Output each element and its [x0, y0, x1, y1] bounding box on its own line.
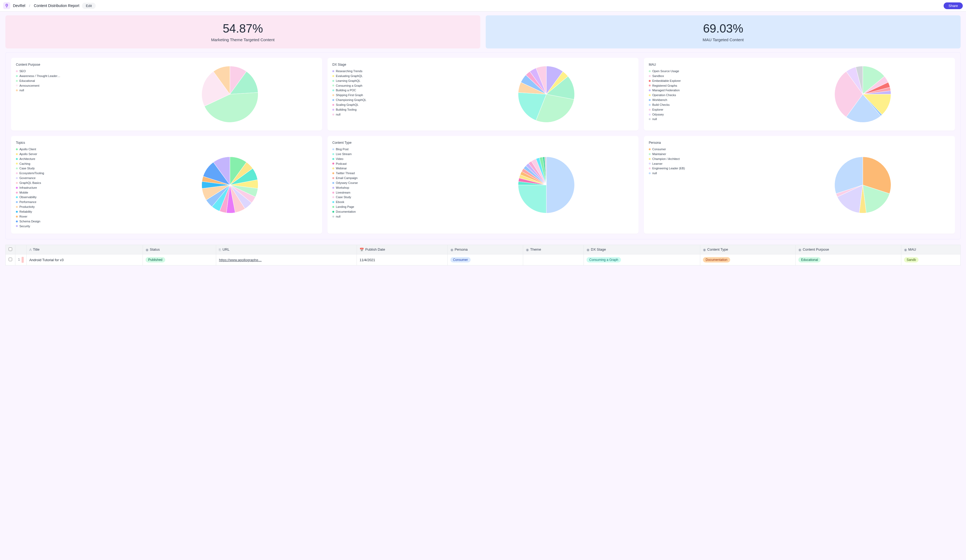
tag-dx-stage: Consuming a Graph [586, 257, 621, 262]
table-header-url[interactable]: ⎘URL [216, 245, 357, 254]
table-row[interactable]: 1 Android Tutorial for v3 Published http… [6, 254, 961, 265]
table-header-content-purpose[interactable]: ◉Content Purpose [796, 245, 901, 254]
legend-item: Architecture [16, 157, 143, 161]
legend-label: Reliability [20, 210, 32, 214]
table-header-persona[interactable]: ◉Persona [447, 245, 523, 254]
table-header-title[interactable]: ATitle [26, 245, 143, 254]
legend-item: Embeddable Explorer [649, 79, 775, 83]
legend-label: SEO [20, 69, 26, 73]
tag-content-type: Documentation [703, 257, 730, 262]
legend-item: Building a POC [332, 88, 459, 92]
chart-card: Content TypeBlog PostLive StreamVideoPod… [327, 136, 639, 234]
legend-label: Managed Federation [652, 88, 680, 92]
legend-label: null [20, 88, 24, 92]
breadcrumb-workspace[interactable]: DevRel [13, 3, 25, 8]
chart-title: Content Purpose [16, 63, 143, 67]
legend-item: Twitter Thread [332, 171, 459, 175]
legend-item: Podcast [332, 162, 459, 166]
legend-label: Apollo Client [20, 147, 36, 151]
legend-swatch [332, 158, 334, 160]
legend-item: Caching [16, 162, 143, 166]
table-header-dx-stage[interactable]: ◉DX Stage [584, 245, 700, 254]
legend-swatch [649, 85, 651, 87]
select-all-checkbox[interactable] [8, 247, 12, 251]
dropdown-icon: ◉ [904, 248, 907, 252]
legend-item: Live Stream [332, 152, 459, 156]
legend-swatch [649, 109, 651, 111]
row-colorbar [21, 257, 24, 263]
legend-item: null [16, 88, 143, 92]
legend-label: Performance [20, 200, 36, 204]
legend-label: Championing GraphQL [336, 98, 366, 102]
legend-label: Scaling GraphQL [336, 103, 358, 107]
table-header-mau[interactable]: ◉MAU [901, 245, 960, 254]
chart-title: DX Stage [332, 63, 459, 67]
legend-item: Sandbox [649, 74, 775, 78]
legend-label: Video [336, 157, 343, 161]
legend-list: SEOAwareness / Thought Leader…Educationa… [16, 69, 143, 92]
legend-swatch [16, 225, 18, 227]
legend-label: Ecosystem/Tooling [20, 171, 44, 175]
dropdown-icon: ◉ [146, 248, 148, 252]
legend-item: null [649, 117, 775, 121]
legend-item: Rover [16, 215, 143, 219]
legend-swatch [649, 163, 651, 164]
legend-item: Learning GraphQL [332, 79, 459, 83]
table-header-theme[interactable]: ◉Theme [523, 245, 583, 254]
table-wrap: ATitle ◉Status ⎘URL 📅Publish Date ◉Perso… [0, 245, 966, 276]
legend-item: Educational [16, 79, 143, 83]
kpi-label: Marketing Theme Targeted Content [12, 38, 474, 42]
edit-button[interactable]: Edit [82, 3, 95, 9]
legend-list: Researching TrendsEvaluating GraphQLLear… [332, 69, 459, 116]
legend-label: Landing Page [336, 205, 354, 209]
legend-swatch [649, 172, 651, 174]
legend-item: Maintainer [649, 152, 775, 156]
legend-item: Workshop [332, 186, 459, 190]
legend-swatch [332, 167, 334, 169]
table-header-publish-date[interactable]: 📅Publish Date [356, 245, 447, 254]
row-checkbox[interactable] [8, 258, 12, 261]
legend-item: Case Study [332, 195, 459, 199]
legend-item: Odyssey Course [332, 181, 459, 185]
legend-label: Champion / Architect [652, 157, 680, 161]
legend-item: Video [332, 157, 459, 161]
legend-swatch [16, 163, 18, 164]
legend-label: Educational [20, 79, 35, 83]
app-icon [3, 2, 10, 9]
legend-item: Learner [649, 162, 775, 166]
legend-item: null [649, 171, 775, 175]
table-header-status[interactable]: ◉Status [143, 245, 216, 254]
table-header-content-type[interactable]: ◉Content Type [700, 245, 796, 254]
legend-label: Learning GraphQL [336, 79, 360, 83]
legend-item: Ecosystem/Tooling [16, 171, 143, 175]
legend-item: Scaling GraphQL [332, 103, 459, 107]
legend-swatch [649, 118, 651, 120]
legend-swatch [332, 153, 334, 155]
legend-item: Schema Design [16, 219, 143, 223]
legend-swatch [649, 94, 651, 96]
page-title[interactable]: Content Distribution Report [34, 3, 79, 8]
legend-item: Infrastructure [16, 186, 143, 190]
legend-item: Observability [16, 195, 143, 199]
cell-url[interactable]: https://www.apollographq… [219, 258, 261, 262]
link-icon: ⎘ [219, 248, 221, 252]
kpi-mau-targeted: 69.03% MAU Targeted Content [486, 15, 961, 49]
calendar-icon: 📅 [360, 248, 364, 252]
legend-swatch [332, 94, 334, 96]
tag-persona: Consumer [450, 257, 471, 262]
share-button[interactable]: Share [944, 2, 963, 9]
legend-swatch [16, 153, 18, 155]
legend-label: Odyssey Course [336, 181, 358, 185]
legend-label: Learner [652, 162, 662, 166]
legend-swatch [332, 85, 334, 87]
legend-label: Mobile [20, 191, 28, 195]
tag-content-purpose: Educational [798, 257, 821, 262]
legend-swatch [332, 70, 334, 72]
dropdown-icon: ◉ [586, 248, 590, 252]
table-header-checkbox[interactable] [6, 245, 15, 254]
legend-item: Reliability [16, 210, 143, 214]
legend-swatch [16, 80, 18, 82]
legend-swatch [332, 196, 334, 198]
legend-label: Engineering Leader (EB) [652, 166, 685, 170]
legend-swatch [16, 167, 18, 169]
